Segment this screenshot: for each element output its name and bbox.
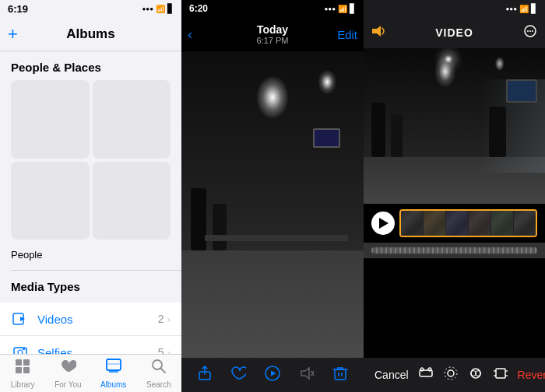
people-cell-4[interactable] <box>93 162 171 240</box>
signal-icon: ●●● <box>142 5 154 12</box>
status-icons-photo: ●●● 📶 ▋ <box>325 4 357 14</box>
more-button[interactable] <box>523 24 537 42</box>
status-time-albums: 6:19 <box>8 3 28 15</box>
filmstrip-frame-3 <box>446 211 469 236</box>
figure-1 <box>191 188 206 250</box>
filmstrip-frame-4 <box>469 211 491 236</box>
status-bar-photo: 6:20 ●●● 📶 ▋ <box>181 0 364 17</box>
wifi-icon-photo: 📶 <box>338 5 347 13</box>
video-spacer <box>364 258 545 358</box>
filmstrip[interactable] <box>399 209 537 237</box>
nav-center: Today 6:17 PM <box>257 23 289 45</box>
tab-albums[interactable]: Albums <box>91 358 136 389</box>
cancel-button[interactable]: Cancel <box>370 366 413 384</box>
svg-point-33 <box>532 30 533 32</box>
trash-button[interactable] <box>326 362 354 388</box>
revert-button[interactable]: Revert <box>513 366 545 384</box>
back-button[interactable]: ‹ <box>188 26 192 43</box>
video-figure-2 <box>391 114 403 157</box>
svg-marker-29 <box>372 26 381 37</box>
people-label: People <box>0 246 181 270</box>
people-cell-1[interactable] <box>11 80 90 159</box>
search-tab-label: Search <box>146 380 171 389</box>
status-bar-video: ●●● 📶 ▋ <box>364 0 545 17</box>
filter-button[interactable] <box>463 362 488 387</box>
filmstrip-frame-1 <box>401 211 424 236</box>
status-icons-video: ●●● 📶 ▋ <box>506 4 538 14</box>
tab-search[interactable]: Search <box>136 358 181 389</box>
svg-point-36 <box>428 368 431 371</box>
svg-point-37 <box>448 370 454 376</box>
svg-rect-17 <box>107 363 121 365</box>
tab-library[interactable]: Library <box>0 358 45 389</box>
photo-nav: ‹ Today 6:17 PM Edit <box>181 17 364 51</box>
tab-for-you[interactable]: For You <box>45 358 90 389</box>
video-clip-button[interactable] <box>413 362 438 387</box>
svg-rect-26 <box>335 369 346 380</box>
crop-button[interactable] <box>488 362 513 387</box>
video-preview <box>364 48 545 204</box>
photo-main <box>181 51 364 358</box>
search-tab-icon <box>150 358 167 379</box>
heart-button[interactable] <box>224 362 252 388</box>
people-grid <box>0 80 181 246</box>
svg-rect-12 <box>16 359 22 366</box>
video-header: VIDEO <box>364 17 545 48</box>
people-cell-3[interactable] <box>11 162 90 240</box>
mute-button[interactable] <box>293 362 321 388</box>
svg-marker-23 <box>301 368 309 379</box>
svg-line-19 <box>160 369 165 373</box>
list-item-videos[interactable]: Videos 2 › <box>0 303 181 336</box>
wifi-icon-video: 📶 <box>519 5 529 13</box>
battery-icon-video: ▋ <box>531 4 537 14</box>
status-bar-albums: 6:19 ●●● 📶 ▋ <box>0 0 181 17</box>
panel-photo: 6:20 ●●● 📶 ▋ ‹ Today 6:17 PM Edit <box>181 0 364 392</box>
videos-chevron: › <box>167 313 171 325</box>
video-monitor <box>506 79 537 103</box>
section-media-types: Media Types <box>0 271 181 299</box>
add-album-button[interactable]: + <box>8 24 18 44</box>
video-controls <box>364 204 545 243</box>
svg-rect-4 <box>23 348 25 350</box>
status-icons-albums: ●●● 📶 ▋ <box>142 4 174 14</box>
svg-rect-42 <box>496 369 505 378</box>
share-button[interactable] <box>191 362 219 388</box>
signal-icon-video: ●●● <box>506 5 518 12</box>
for-you-tab-label: For You <box>54 380 81 389</box>
panel-albums: 6:19 ●●● 📶 ▋ + Albums People & Places Pe… <box>0 0 181 392</box>
for-you-tab-icon <box>59 358 76 379</box>
filmstrip-frame-6 <box>514 211 536 236</box>
albums-title: Albums <box>66 26 114 42</box>
albums-tab-icon <box>105 358 122 379</box>
svg-rect-14 <box>16 367 22 373</box>
tab-bar-albums: Library For You Albums Search <box>0 354 181 392</box>
video-play-button[interactable] <box>371 212 395 235</box>
timeline-track[interactable] <box>371 247 537 254</box>
videos-icon <box>11 310 30 328</box>
video-bottom-toolbar: Cancel Revert <box>364 358 545 392</box>
library-tab-label: Library <box>11 380 35 389</box>
media-types-list: Videos 2 › Selfies 5 › Live Photos 1 <box>0 303 181 354</box>
svg-point-32 <box>529 30 531 32</box>
adjust-button[interactable] <box>438 362 463 387</box>
selfies-icon <box>11 343 30 354</box>
svg-marker-1 <box>20 317 25 321</box>
svg-rect-13 <box>23 359 30 366</box>
svg-point-35 <box>420 368 424 371</box>
filmstrip-frame-2 <box>424 211 446 236</box>
section-people-places: People & Places <box>0 51 181 80</box>
albums-content: People & Places People Media Types Video… <box>0 51 181 354</box>
timeline-bar <box>364 243 545 258</box>
play-video-button[interactable] <box>258 362 287 388</box>
svg-point-31 <box>527 30 529 32</box>
list-item-selfies[interactable]: Selfies 5 › <box>0 336 181 354</box>
svg-point-38 <box>445 367 457 380</box>
battery-icon-photo: ▋ <box>350 4 356 14</box>
desk-decoration <box>205 235 348 241</box>
edit-button[interactable]: Edit <box>337 28 357 41</box>
volume-button[interactable] <box>371 25 387 40</box>
photo-toolbar <box>181 358 364 392</box>
people-cell-2[interactable] <box>93 80 171 159</box>
video-figure-3 <box>489 107 506 157</box>
svg-marker-22 <box>271 370 276 376</box>
